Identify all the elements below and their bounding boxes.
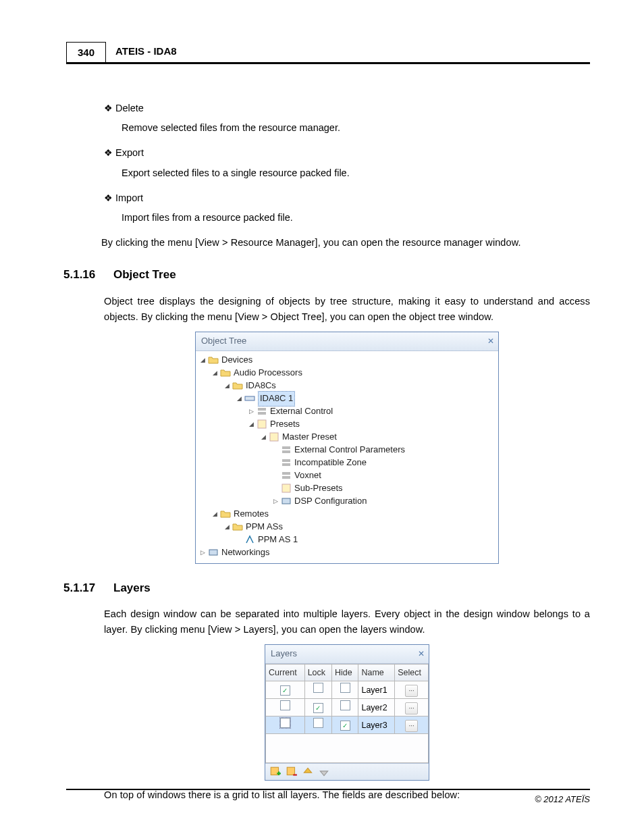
tree-item-audio-processors[interactable]: ◢ Audio Processors [198,367,495,380]
section-number: 5.1.16 [63,265,113,284]
expander-open-icon[interactable]: ◢ [223,523,231,531]
add-layer-icon[interactable] [269,766,281,778]
tree-label: PPM ASs [246,520,283,534]
tree-item-external-control[interactable]: ▷ External Control [198,405,495,418]
checkbox-current[interactable] [280,718,290,728]
tree-label: PPM AS 1 [258,533,298,547]
svg-rect-0 [245,396,254,400]
select-button[interactable]: ··· [405,702,417,714]
bullet-desc: Import files from a resource packed file… [122,210,590,226]
expander-open-icon[interactable]: ◢ [247,420,255,428]
expander-open-icon[interactable]: ◢ [211,510,219,518]
checkbox-current[interactable] [280,685,290,696]
tree-item-presets[interactable]: ◢ Presets [198,418,495,431]
preset-icon [281,483,292,494]
col-lock: Lock [304,664,331,681]
checkbox-current[interactable] [280,700,290,710]
checkbox-lock[interactable] [313,718,323,728]
layers-panel: Layers ✕ Current Lock Hide Name Select [265,644,429,781]
layers-toolbar [265,763,429,780]
tree-item-ida8c-1[interactable]: ◢ IDA8C 1 [198,392,495,405]
expander-open-icon[interactable]: ◢ [211,369,219,377]
checkbox-lock[interactable] [313,683,323,693]
tree-label: Voxnet [294,469,321,483]
layers-grid[interactable]: Current Lock Hide Name Select Layer1 ··· [265,664,429,734]
expander-open-icon[interactable]: ◢ [259,433,267,441]
expander-closed-icon[interactable]: ▷ [198,548,207,556]
tree-body[interactable]: ◢ Devices ◢ Audio Processors ◢ IDA8Cs [196,351,498,563]
close-icon[interactable]: ✕ [487,335,494,348]
remove-layer-icon[interactable] [286,766,298,778]
tree-item-ida8cs[interactable]: ◢ IDA8Cs [198,380,495,392]
expander-closed-icon[interactable]: ▷ [247,407,255,415]
paragraph: Object tree displays the designing of ob… [104,294,590,325]
tree-item-ext-ctrl-params[interactable]: External Control Parameters [198,444,495,457]
svg-rect-3 [258,420,266,428]
svg-rect-10 [282,476,290,479]
bullet-title: Import [115,192,143,203]
table-row[interactable]: Layer1 ··· [266,681,429,699]
page-header: 340 ATEIS - IDA8 [66,42,590,64]
tree-item-ppm-ass[interactable]: ◢ PPM ASs [198,521,495,533]
table-row[interactable]: Layer3 ··· [266,716,429,734]
bullet-title: Export [115,147,144,158]
svg-rect-11 [282,484,290,492]
layer-name-cell: Layer3 [358,716,395,734]
bullet-desc: Export selected files to a single resour… [122,165,590,181]
document-title: ATEIS - IDA8 [115,45,177,59]
tree-item-ppm-as-1[interactable]: PPM AS 1 [198,533,495,546]
tree-label: Sub-Presets [294,481,343,496]
expander-open-icon[interactable]: ◢ [198,356,207,364]
col-current: Current [266,664,305,681]
tree-item-voxnet[interactable]: Voxnet [198,469,495,482]
voxnet-icon [281,470,292,481]
select-button[interactable]: ··· [405,685,417,697]
svg-rect-6 [282,450,290,453]
move-up-icon[interactable] [302,766,314,778]
checkbox-hide[interactable] [340,700,350,710]
params-icon [281,444,292,455]
paragraph: Each design window can be separated into… [104,606,590,637]
expander-open-icon[interactable]: ◢ [235,394,243,402]
move-down-icon[interactable] [318,766,330,778]
section-title: Object Tree [113,265,176,284]
grid-empty-area [265,734,429,763]
svg-rect-15 [287,767,294,775]
tree-label: DSP Configuration [294,494,367,509]
tree-item-remotes[interactable]: ◢ Remotes [198,508,495,521]
svg-rect-7 [282,459,290,462]
tree-item-sub-presets[interactable]: Sub-Presets [198,482,495,495]
layer-name-cell: Layer1 [358,681,395,699]
section-number: 5.1.17 [63,579,113,597]
tree-item-devices[interactable]: ◢ Devices [198,354,495,367]
checkbox-lock[interactable] [313,703,323,713]
section-title: Layers [113,579,151,597]
expander-closed-icon[interactable]: ▷ [271,497,279,505]
table-row[interactable]: Layer2 ··· [266,699,429,716]
page-number: 340 [66,42,106,62]
bullet-export: ❖Export [104,145,590,161]
tree-item-dsp-config[interactable]: ▷ DSP Configuration [198,495,495,508]
zone-icon [281,457,292,468]
layer-name-cell: Layer2 [358,699,395,716]
close-icon[interactable]: ✕ [418,648,425,660]
tree-item-networkings[interactable]: ▷ Networkings [198,546,495,559]
tree-label: Devices [221,353,252,367]
tree-item-master-preset[interactable]: ◢ Master Preset [198,431,495,444]
svg-rect-8 [282,463,290,466]
remote-icon [244,534,255,545]
svg-rect-4 [270,433,278,441]
tree-label: Presets [270,417,300,432]
svg-rect-1 [258,408,266,411]
tree-item-incompatible-zone[interactable]: Incompatible Zone [198,457,495,469]
object-tree-panel: Object Tree ✕ ◢ Devices ◢ Audio Processo… [195,332,499,564]
page-footer: © 2012 ATEÏS [66,789,590,804]
select-button[interactable]: ··· [405,720,417,732]
tree-label: Remotes [234,507,269,521]
control-icon [257,406,267,417]
checkbox-hide[interactable] [340,683,350,693]
expander-open-icon[interactable]: ◢ [223,382,231,390]
svg-rect-9 [282,472,290,475]
svg-rect-2 [258,412,266,415]
checkbox-hide[interactable] [340,721,350,731]
